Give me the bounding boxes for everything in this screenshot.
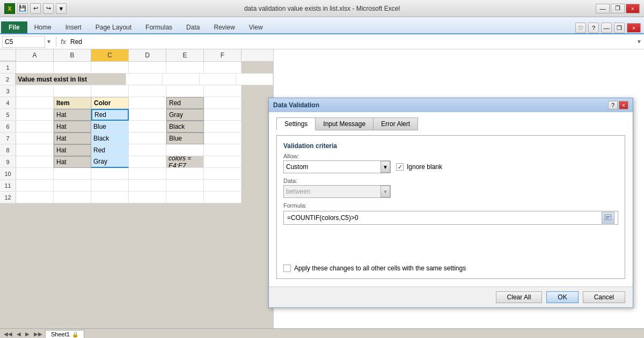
cell-D6[interactable] xyxy=(129,121,166,133)
tab-error-alert[interactable]: Error Alert xyxy=(373,117,418,130)
ignore-blank-checkbox[interactable] xyxy=(396,163,404,171)
cell-B2[interactable]: Value must exist in list xyxy=(16,74,126,85)
cell-B5[interactable]: Hat xyxy=(54,109,91,121)
cell-C9[interactable]: Gray xyxy=(91,156,129,168)
cell-D10[interactable] xyxy=(129,168,166,180)
cell-D2[interactable] xyxy=(163,74,200,85)
cell-D1[interactable] xyxy=(129,62,166,74)
cell-C3[interactable] xyxy=(91,85,129,97)
cell-E11[interactable] xyxy=(166,180,204,192)
cell-F10[interactable] xyxy=(204,168,241,180)
cell-C6[interactable]: Blue xyxy=(91,121,129,133)
cell-E3[interactable] xyxy=(166,85,204,97)
cell-E6-black[interactable]: Black xyxy=(166,121,204,133)
tab-file[interactable]: File xyxy=(1,21,27,33)
dialog-help-btn[interactable]: ? xyxy=(608,101,618,109)
cell-ref-arrow[interactable]: ▼ xyxy=(46,39,52,45)
cell-A1[interactable] xyxy=(16,62,54,74)
cell-A11[interactable] xyxy=(16,180,54,192)
cell-D9[interactable] xyxy=(129,156,166,168)
help-btn[interactable]: ? xyxy=(588,23,599,33)
col-header-D[interactable]: D xyxy=(129,49,166,61)
col-header-E[interactable]: E xyxy=(166,49,204,61)
cell-A8[interactable] xyxy=(16,144,54,156)
cell-F6[interactable] xyxy=(204,121,241,133)
minimize-btn[interactable]: — xyxy=(596,4,610,13)
cell-D7[interactable] xyxy=(129,133,166,144)
cell-B10[interactable] xyxy=(54,168,91,180)
cell-C4-color[interactable]: Color xyxy=(91,97,129,109)
cell-E10[interactable] xyxy=(166,168,204,180)
restore-ribbon-btn[interactable]: ❐ xyxy=(614,23,625,33)
cell-B7[interactable]: Hat xyxy=(54,133,91,144)
tab-review[interactable]: Review xyxy=(207,21,241,33)
formula-input[interactable] xyxy=(68,36,634,48)
cell-A9[interactable] xyxy=(16,156,54,168)
cell-C11[interactable] xyxy=(91,180,129,192)
redo-btn[interactable]: ↪ xyxy=(43,3,54,14)
cell-F2[interactable] xyxy=(236,74,273,85)
cell-F1[interactable] xyxy=(204,62,241,74)
cell-B8[interactable]: Hat xyxy=(54,144,91,156)
cell-F12[interactable] xyxy=(204,192,241,203)
maximize-btn[interactable]: ❐ xyxy=(611,4,625,13)
sheet-nav-next[interactable]: ▶ xyxy=(24,331,31,337)
cell-C1[interactable] xyxy=(91,62,129,74)
cell-A4[interactable] xyxy=(16,97,54,109)
data-dropdown-arrow[interactable]: ▼ xyxy=(380,186,390,197)
dialog-close-btn[interactable]: × xyxy=(619,101,628,109)
sheet-nav-last[interactable]: ▶▶ xyxy=(32,331,44,337)
close-btn[interactable]: × xyxy=(626,4,640,13)
cell-F7[interactable] xyxy=(204,133,241,144)
cell-A6[interactable] xyxy=(16,121,54,133)
cell-E12[interactable] xyxy=(166,192,204,203)
col-header-C[interactable]: C xyxy=(91,49,129,61)
allow-dropdown[interactable]: Custom ▼ xyxy=(283,160,391,173)
col-header-F[interactable]: F xyxy=(204,49,241,61)
col-header-A[interactable]: A xyxy=(16,49,54,61)
cell-B4-item[interactable]: Item xyxy=(54,97,91,109)
cell-E2[interactable] xyxy=(200,74,237,85)
cell-E5-gray[interactable]: Gray xyxy=(166,109,204,121)
cell-F5[interactable] xyxy=(204,109,241,121)
sheet-nav-first[interactable]: ◀◀ xyxy=(2,331,14,337)
cell-D12[interactable] xyxy=(129,192,166,203)
cell-E4-red[interactable]: Red xyxy=(166,97,204,109)
data-dropdown[interactable]: between ▼ xyxy=(283,185,391,198)
tab-settings[interactable]: Settings xyxy=(276,117,316,130)
apply-checkbox[interactable] xyxy=(283,264,291,272)
cell-E9-named-range[interactable]: colors = E4:E7 xyxy=(166,156,204,168)
clear-all-btn[interactable]: Clear All xyxy=(496,291,543,303)
tab-home[interactable]: Home xyxy=(27,21,58,33)
cell-D11[interactable] xyxy=(129,180,166,192)
cell-F9[interactable] xyxy=(204,156,241,168)
cancel-btn[interactable]: Cancel xyxy=(583,291,625,303)
cell-E7-blue[interactable]: Blue xyxy=(166,133,204,144)
cell-B3[interactable] xyxy=(54,85,91,97)
cell-B12[interactable] xyxy=(54,192,91,203)
tab-insert[interactable]: Insert xyxy=(58,21,89,33)
tab-input-message[interactable]: Input Message xyxy=(315,117,374,130)
tab-data[interactable]: Data xyxy=(179,21,207,33)
cell-C10[interactable] xyxy=(91,168,129,180)
cell-C8[interactable]: Red xyxy=(91,144,129,156)
formula-browse-btn[interactable] xyxy=(602,212,614,224)
col-header-B[interactable]: B xyxy=(54,49,91,61)
cell-B6[interactable]: Hat xyxy=(54,121,91,133)
cell-B11[interactable] xyxy=(54,180,91,192)
app-close-btn[interactable]: × xyxy=(627,23,641,33)
cell-C12[interactable] xyxy=(91,192,129,203)
help-heart-btn[interactable]: ♡ xyxy=(575,23,586,33)
sheet-nav-prev[interactable]: ◀ xyxy=(15,331,23,337)
formula-expand[interactable]: ▼ xyxy=(636,39,642,45)
minimize-ribbon-btn[interactable]: — xyxy=(601,23,612,33)
undo-btn[interactable]: ↩ xyxy=(30,3,41,14)
cell-A3[interactable] xyxy=(16,85,54,97)
cell-A5[interactable] xyxy=(16,109,54,121)
cell-B1[interactable] xyxy=(54,62,91,74)
cell-F8[interactable] xyxy=(204,144,241,156)
cell-C2[interactable] xyxy=(126,74,163,85)
cell-C5[interactable]: Red xyxy=(91,109,129,121)
cell-D3[interactable] xyxy=(129,85,166,97)
allow-dropdown-arrow[interactable]: ▼ xyxy=(380,161,390,173)
